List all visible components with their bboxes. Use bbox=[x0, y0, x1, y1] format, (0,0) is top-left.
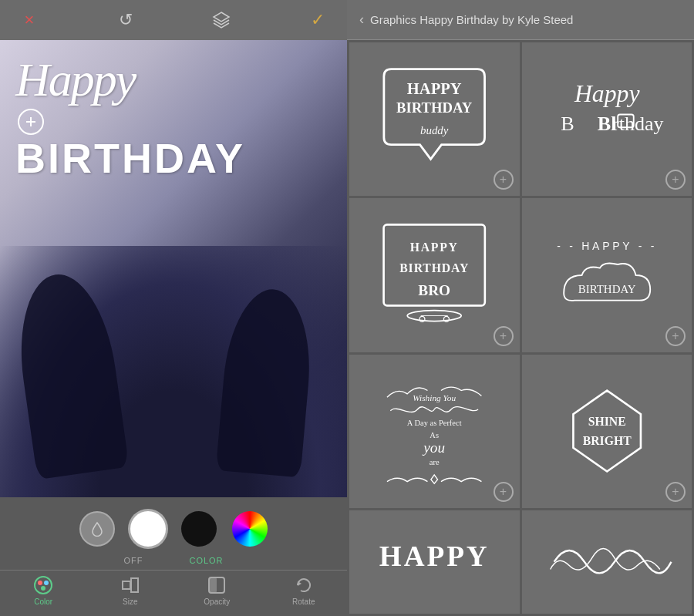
svg-text:HAPPY: HAPPY bbox=[407, 80, 462, 97]
add-sticker-2-button[interactable]: + bbox=[665, 170, 686, 190]
svg-marker-37 bbox=[573, 391, 641, 472]
svg-text:Wishing You: Wishing You bbox=[413, 393, 456, 402]
size-tab-label: Size bbox=[123, 597, 137, 606]
sticker-wishing-you[interactable]: Wishing You A Day as Perfect As you are … bbox=[349, 355, 520, 508]
color-swatch-row bbox=[0, 505, 347, 553]
birthday-text: Birthday bbox=[15, 137, 332, 179]
black-swatch[interactable] bbox=[181, 511, 217, 547]
svg-point-4 bbox=[35, 577, 52, 594]
sticker-happy-birthday-buddy[interactable]: HAPPY BIRTHDAY buddy + bbox=[349, 42, 520, 196]
svg-text:BIRTHDAY: BIRTHDAY bbox=[578, 283, 635, 295]
svg-text:BRIGHT: BRIGHT bbox=[582, 434, 632, 447]
close-button[interactable]: × bbox=[15, 6, 43, 34]
layers-button[interactable] bbox=[207, 6, 235, 34]
opacity-tab-icon bbox=[207, 575, 227, 595]
sticker-svg-4: - - HAPPY - - BIRTHDAY bbox=[539, 221, 675, 329]
svg-rect-11 bbox=[209, 577, 217, 593]
sticker-svg-1: HAPPY BIRTHDAY buddy bbox=[366, 66, 502, 173]
sticker-svg-6: SHINE BRIGHT bbox=[539, 377, 675, 485]
add-sticker-3-button[interactable]: + bbox=[494, 326, 514, 346]
tab-size[interactable]: Size bbox=[87, 575, 174, 606]
top-toolbar: × ↺ ✓ bbox=[0, 0, 347, 40]
svg-text:BRO: BRO bbox=[418, 282, 450, 298]
sticker-svg-7: HAPPY bbox=[366, 520, 502, 603]
svg-point-5 bbox=[38, 581, 42, 585]
color-label: COLOR bbox=[189, 556, 223, 565]
svg-text:Happy: Happy bbox=[573, 79, 639, 106]
svg-point-7 bbox=[41, 586, 45, 591]
sticker-grid: HAPPY BIRTHDAY buddy + Happy Bl rthday B… bbox=[347, 40, 694, 616]
svg-text:BIRTHDAY: BIRTHDAY bbox=[399, 261, 469, 274]
left-panel: × ↺ ✓ Happy bbox=[0, 0, 347, 616]
opacity-tab-label: Opacity bbox=[204, 597, 230, 606]
happy-text: Happy bbox=[15, 56, 332, 103]
sticker-svg-5: Wishing You A Day as Perfect As you are bbox=[366, 377, 502, 485]
transparent-swatch[interactable] bbox=[79, 511, 115, 547]
text-overlay: Happy Birthday bbox=[15, 56, 332, 179]
white-swatch[interactable] bbox=[130, 511, 166, 547]
droplet-icon bbox=[89, 521, 105, 537]
birthday-icon-row bbox=[15, 106, 332, 137]
svg-marker-36 bbox=[431, 475, 438, 483]
add-sticker-6-button[interactable]: + bbox=[665, 482, 686, 502]
svg-text:- - HAPPY - -: - - HAPPY - - bbox=[557, 240, 657, 252]
svg-marker-0 bbox=[214, 12, 229, 22]
photo-background: Happy Birthday bbox=[0, 40, 347, 497]
svg-text:are: are bbox=[430, 458, 440, 466]
svg-rect-8 bbox=[123, 581, 130, 589]
svg-text:As: As bbox=[430, 431, 439, 439]
sticker-svg-8 bbox=[539, 520, 675, 603]
sticker-svg-2: Happy Bl rthday B bbox=[539, 66, 675, 173]
confirm-button[interactable]: ✓ bbox=[304, 6, 332, 34]
color-tab-icon bbox=[33, 575, 53, 595]
tab-color[interactable]: Color bbox=[0, 575, 87, 606]
svg-text:HAPPY: HAPPY bbox=[379, 540, 490, 572]
bottom-controls: OFF COLOR Color Size bbox=[0, 497, 347, 616]
sticker-shine-bright[interactable]: SHINE BRIGHT + bbox=[522, 355, 692, 508]
svg-rect-9 bbox=[131, 578, 138, 592]
svg-text:A Day as Perfect: A Day as Perfect bbox=[407, 419, 462, 427]
breadcrumb: Graphics Happy Birthday by Kyle Steed bbox=[370, 13, 573, 26]
add-sticker-5-button[interactable]: + bbox=[494, 482, 514, 502]
svg-marker-12 bbox=[298, 581, 302, 586]
image-canvas: Happy Birthday bbox=[0, 40, 347, 497]
undo-button[interactable]: ↺ bbox=[112, 6, 140, 34]
svg-text:rthday: rthday bbox=[612, 113, 664, 135]
svg-text:you: you bbox=[422, 439, 445, 456]
birthday-small-icon bbox=[15, 106, 46, 137]
size-tab-icon bbox=[120, 575, 140, 595]
right-panel: ‹ Graphics Happy Birthday by Kyle Steed … bbox=[347, 0, 694, 616]
sticker-happy-birthday-bro[interactable]: HAPPY BIRTHDAY BRO + bbox=[349, 198, 520, 352]
off-label: OFF bbox=[123, 556, 143, 565]
undo-icon: ↺ bbox=[119, 10, 133, 30]
rotate-tab-icon bbox=[294, 575, 314, 595]
check-icon: ✓ bbox=[311, 10, 325, 30]
sticker-happy-birthday-handwritten[interactable]: Happy Bl rthday B + bbox=[522, 42, 692, 196]
svg-text:B: B bbox=[561, 113, 574, 135]
rotate-tab-label: Rotate bbox=[292, 597, 315, 606]
tab-bar: Color Size Opacity bbox=[0, 570, 347, 612]
sticker-swirls-partial[interactable] bbox=[522, 510, 692, 614]
right-header: ‹ Graphics Happy Birthday by Kyle Steed bbox=[347, 0, 694, 40]
svg-point-6 bbox=[44, 581, 49, 585]
sticker-happy-birthday-clouds[interactable]: - - HAPPY - - BIRTHDAY + bbox=[522, 198, 692, 352]
close-icon: × bbox=[25, 12, 35, 29]
sticker-svg-3: HAPPY BIRTHDAY BRO bbox=[366, 221, 502, 329]
color-tab-label: Color bbox=[34, 597, 52, 606]
svg-text:BIRTHDAY: BIRTHDAY bbox=[396, 99, 473, 115]
add-sticker-1-button[interactable]: + bbox=[494, 170, 514, 190]
sticker-happy-partial[interactable]: HAPPY bbox=[349, 510, 520, 614]
layers-icon bbox=[212, 11, 231, 29]
svg-text:SHINE: SHINE bbox=[588, 415, 625, 428]
tab-rotate[interactable]: Rotate bbox=[261, 575, 348, 606]
swatch-labels: OFF COLOR bbox=[0, 553, 347, 570]
svg-text:HAPPY: HAPPY bbox=[410, 241, 459, 254]
rainbow-swatch[interactable] bbox=[232, 511, 268, 547]
svg-text:buddy: buddy bbox=[420, 123, 449, 136]
tab-opacity[interactable]: Opacity bbox=[174, 575, 261, 606]
back-button[interactable]: ‹ bbox=[359, 12, 364, 28]
add-sticker-4-button[interactable]: + bbox=[665, 326, 686, 346]
